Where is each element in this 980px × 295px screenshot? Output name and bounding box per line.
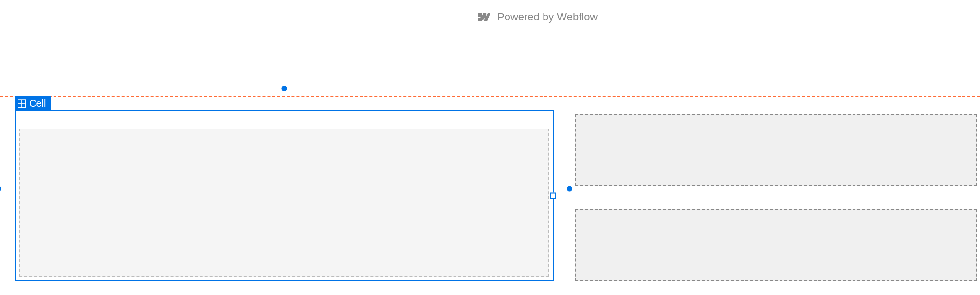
cell-content-placeholder[interactable]	[19, 129, 549, 277]
selection-label[interactable]: Cell	[15, 96, 51, 111]
grid-cell-icon	[18, 99, 26, 108]
webflow-logo-icon	[477, 12, 490, 22]
selected-grid-cell[interactable]	[15, 110, 554, 281]
selection-label-text: Cell	[29, 98, 46, 109]
selected-cell-container[interactable]: Cell	[15, 96, 554, 281]
grid-cell-placeholder[interactable]	[575, 114, 977, 186]
powered-by-text: Powered by Webflow	[497, 11, 598, 23]
spacing-handle-top[interactable]	[282, 86, 287, 91]
spacing-handle-left[interactable]	[0, 186, 1, 192]
powered-by-badge[interactable]: Powered by Webflow	[477, 11, 598, 23]
resize-handle-right[interactable]	[550, 193, 556, 199]
spacing-handle-right[interactable]	[567, 186, 572, 192]
grid-cell-placeholder[interactable]	[575, 209, 977, 281]
